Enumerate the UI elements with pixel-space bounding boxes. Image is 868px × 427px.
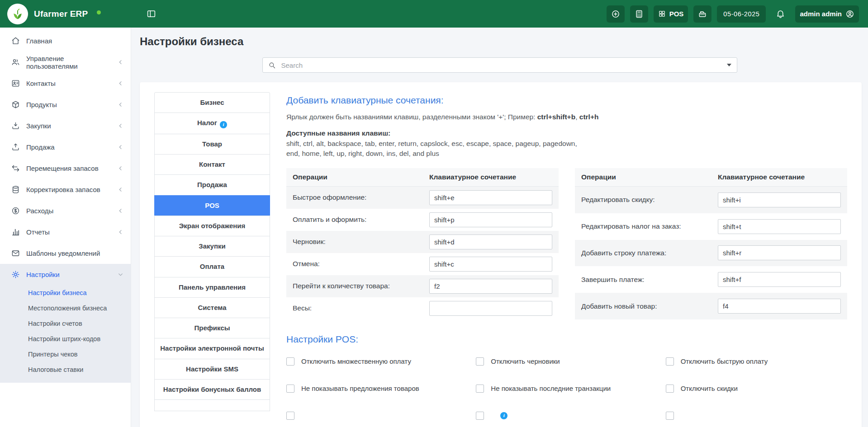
tab-reward-points-settings[interactable]: Настройки бонусных баллов: [154, 379, 270, 400]
tab-pos[interactable]: POS: [154, 195, 270, 216]
info-icon[interactable]: [500, 412, 508, 419]
shortcut-input-draft[interactable]: [429, 235, 552, 249]
sidebar-item-invoice-settings[interactable]: Настройки счетов: [0, 316, 131, 331]
option-partial-1: [286, 412, 468, 420]
app-logo: [7, 4, 28, 24]
tab-product[interactable]: Товар: [154, 134, 270, 155]
tab-tax[interactable]: Налог: [154, 113, 270, 134]
sidebar-item-products[interactable]: Продукты: [0, 94, 131, 115]
notifications-button[interactable]: [771, 5, 790, 23]
shortcut-row: Редактировать налог на заказ:: [575, 213, 847, 240]
purchases-icon: [11, 122, 20, 131]
checkbox[interactable]: [286, 412, 294, 420]
contacts-icon: [11, 79, 20, 88]
shortcut-input-cancel[interactable]: [429, 257, 552, 272]
sidebar-item-expenses[interactable]: Расходы: [0, 200, 131, 221]
sidebar-item-receipt-printers[interactable]: Принтеры чеков: [0, 347, 131, 362]
sidebar-item-reports[interactable]: Отчеты: [0, 221, 131, 243]
shortcut-row: Перейти к количеству товара:: [286, 275, 559, 297]
date-display[interactable]: 05-06-2025: [717, 5, 766, 23]
option-disable-drafts: Отключить черновики: [476, 357, 657, 366]
shortcut-input-scale[interactable]: [429, 301, 552, 316]
settings-card: Бизнес Налог Товар Контакт Продажа POS Э…: [140, 82, 862, 427]
shortcut-input-add-new-product[interactable]: [718, 299, 841, 314]
shortcut-row: Редактировать скидку:: [575, 186, 847, 213]
shortcut-input-express-checkout[interactable]: [429, 190, 552, 205]
sidebar-item-barcode-settings[interactable]: Настройки штрих-кодов: [0, 331, 131, 347]
tab-display-screen[interactable]: Экран отображения: [154, 216, 270, 236]
cash-register-button[interactable]: [693, 5, 711, 23]
user-menu-button[interactable]: admin admin: [795, 5, 859, 23]
tab-business[interactable]: Бизнес: [154, 92, 270, 113]
tab-dashboard[interactable]: Панель управления: [154, 277, 270, 298]
column-header-operations: Операции: [575, 168, 711, 187]
user-menu-label: admin admin: [800, 10, 842, 18]
quick-add-button[interactable]: [607, 5, 625, 23]
sidebar-item-user-management[interactable]: Управление пользователями: [0, 52, 131, 73]
checkbox[interactable]: [666, 385, 674, 393]
pos-button[interactable]: POS: [654, 5, 688, 23]
tab-system[interactable]: Система: [154, 297, 270, 318]
shortcut-row: Добавить новый товар:: [575, 293, 847, 319]
chevron-left-icon: [118, 123, 123, 129]
sidebar-item-purchases[interactable]: Закупки: [0, 115, 131, 136]
chevron-left-icon: [118, 144, 123, 150]
shortcuts-hint: Ярлык должен быть названиями клавиш, раз…: [286, 113, 847, 121]
info-icon[interactable]: [220, 121, 227, 128]
chevron-left-icon: [118, 102, 123, 108]
sidebar: Главная Управление пользователями Контак…: [0, 28, 131, 427]
shortcut-input-finalize-payment[interactable]: [718, 272, 841, 287]
chevron-down-icon: [118, 272, 123, 277]
option-hide-product-suggestions: Не показывать предложения товаров: [286, 385, 468, 393]
option-hide-recent-transactions: Не показывать последние транзакции: [476, 385, 657, 393]
shortcut-input-pay-checkout[interactable]: [429, 212, 552, 227]
tab-purchases[interactable]: Закупки: [154, 236, 270, 257]
tab-sale[interactable]: Продажа: [154, 174, 270, 195]
sidebar-item-tax-rates[interactable]: Налоговые ставки: [0, 362, 131, 377]
products-icon: [11, 100, 20, 109]
checkbox[interactable]: [476, 357, 484, 366]
tab-prefixes[interactable]: Префиксы: [154, 318, 270, 338]
checkbox[interactable]: [666, 412, 674, 420]
sidebar-item-stock-transfers[interactable]: Перемещения запасов: [0, 158, 131, 179]
tab-contact[interactable]: Контакт: [154, 154, 270, 175]
checkbox[interactable]: [286, 385, 294, 393]
sidebar-toggle-icon: [147, 9, 156, 19]
sidebar-item-sales[interactable]: Продажа: [0, 136, 131, 158]
tab-hidden-partial[interactable]: [154, 399, 270, 411]
tab-payment[interactable]: Оплата: [154, 256, 270, 277]
search-input[interactable]: [280, 61, 722, 70]
sidebar-item-contacts[interactable]: Контакты: [0, 73, 131, 94]
sidebar-item-business-settings[interactable]: Настройки бизнеса: [0, 285, 131, 300]
tab-sms-settings[interactable]: Настройки SMS: [154, 359, 270, 380]
shortcut-input-edit-order-tax[interactable]: [718, 219, 841, 234]
sales-icon: [11, 143, 20, 152]
shortcut-input-product-quantity[interactable]: [429, 279, 552, 294]
brand-name: Ufarmer ERP: [34, 9, 88, 19]
pos-settings-heading: Настройки POS:: [286, 334, 847, 345]
sidebar-settings-group: Настройки Настройки бизнеса Местоположен…: [0, 264, 131, 383]
available-keys-list: shift, ctrl, alt, backspace, tab, enter,…: [286, 139, 583, 159]
checkbox[interactable]: [476, 385, 484, 393]
checkbox[interactable]: [476, 412, 484, 420]
calculator-button[interactable]: [630, 5, 648, 23]
sidebar-item-stock-adjustments[interactable]: Корректировка запасов: [0, 179, 131, 200]
chevron-left-icon: [118, 59, 123, 65]
sidebar-item-notification-templates[interactable]: Шаблоны уведомлений: [0, 243, 131, 264]
global-search: [262, 57, 737, 73]
checkbox[interactable]: [666, 357, 674, 366]
main-content: Настройки бизнеса Бизнес Налог Товар Кон…: [131, 28, 868, 427]
page-title: Настройки бизнеса: [140, 35, 868, 48]
sidebar-item-business-locations[interactable]: Местоположения бизнеса: [0, 300, 131, 316]
checkbox[interactable]: [286, 357, 294, 366]
users-icon: [11, 58, 20, 67]
available-keys-title: Доступные названия клавиш:: [286, 129, 847, 137]
caret-down-icon[interactable]: [727, 64, 731, 66]
sidebar-item-settings[interactable]: Настройки: [0, 264, 131, 285]
sidebar-toggle-button[interactable]: [142, 5, 161, 23]
tab-email-settings[interactable]: Настройки электронной почты: [154, 338, 270, 359]
shortcut-input-edit-discount[interactable]: [718, 192, 841, 207]
chevron-left-icon: [118, 80, 123, 86]
shortcut-input-add-payment-row[interactable]: [718, 245, 841, 260]
sidebar-item-home[interactable]: Главная: [0, 30, 131, 52]
